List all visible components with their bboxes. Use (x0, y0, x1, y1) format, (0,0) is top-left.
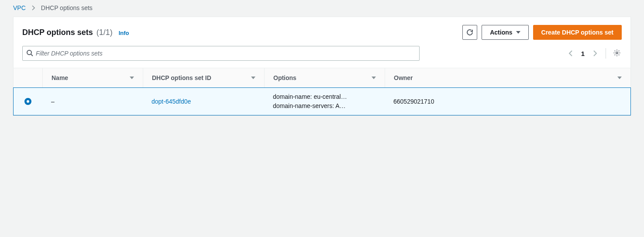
chevron-right-icon (32, 5, 35, 10)
sort-icon (372, 77, 376, 79)
search-input[interactable] (36, 46, 416, 60)
column-name[interactable]: Name (42, 68, 143, 87)
svg-point-1 (616, 52, 618, 53)
info-link[interactable]: Info (119, 30, 129, 36)
cell-owner: 660529021710 (385, 94, 630, 109)
sort-icon (130, 77, 134, 79)
next-page-button[interactable] (591, 49, 599, 58)
settings-button[interactable] (612, 49, 622, 58)
caret-down-icon (516, 31, 520, 34)
main-panel: DHCP options sets (1/1) Info Actions Cre… (13, 17, 631, 115)
table-row[interactable]: – dopt-645dfd0e domain-name: eu-central…… (13, 87, 631, 115)
column-owner[interactable]: Owner (385, 68, 630, 87)
column-id-label: DHCP options set ID (152, 74, 211, 81)
search-field[interactable] (22, 46, 420, 61)
column-select (14, 68, 42, 87)
pagination: 1 (566, 48, 622, 59)
search-icon (26, 49, 36, 58)
dhcp-id-link[interactable]: dopt-645dfd0e (152, 98, 191, 105)
create-button[interactable]: Create DHCP options set (533, 25, 622, 40)
options-line-2: domain-name-servers: A… (273, 101, 376, 111)
radio-selected-icon (24, 98, 31, 105)
table-header: Name DHCP options set ID Options Owner (14, 68, 630, 88)
breadcrumb: VPC DHCP options sets (0, 0, 644, 17)
svg-point-0 (27, 50, 31, 55)
breadcrumb-current: DHCP options sets (41, 4, 93, 11)
column-owner-label: Owner (394, 74, 413, 81)
create-label: Create DHCP options set (541, 29, 613, 36)
refresh-icon (466, 29, 473, 36)
cell-id: dopt-645dfd0e (143, 94, 264, 109)
actions-label: Actions (490, 29, 512, 36)
options-line-1: domain-name: eu-central… (273, 92, 376, 101)
actions-button[interactable]: Actions (482, 25, 528, 40)
refresh-button[interactable] (462, 25, 477, 40)
toolbar: 1 (14, 40, 630, 68)
panel-header: DHCP options sets (1/1) Info Actions Cre… (14, 17, 630, 40)
page-title: DHCP options sets (22, 28, 93, 37)
column-options[interactable]: Options (264, 68, 385, 87)
column-name-label: Name (52, 74, 68, 81)
table-body: – dopt-645dfd0e domain-name: eu-central…… (14, 87, 630, 115)
item-count: (1/1) (96, 28, 113, 37)
sort-icon (251, 77, 255, 79)
column-id[interactable]: DHCP options set ID (143, 68, 264, 87)
cell-name: – (42, 94, 143, 109)
divider (606, 48, 606, 59)
cell-options: domain-name: eu-central… domain-name-ser… (264, 88, 385, 115)
row-select[interactable] (14, 94, 42, 109)
sort-icon (617, 77, 622, 79)
prev-page-button[interactable] (566, 49, 575, 58)
page-number: 1 (581, 50, 585, 57)
column-options-label: Options (273, 74, 296, 81)
gear-icon (613, 49, 621, 58)
breadcrumb-root-link[interactable]: VPC (13, 4, 26, 11)
